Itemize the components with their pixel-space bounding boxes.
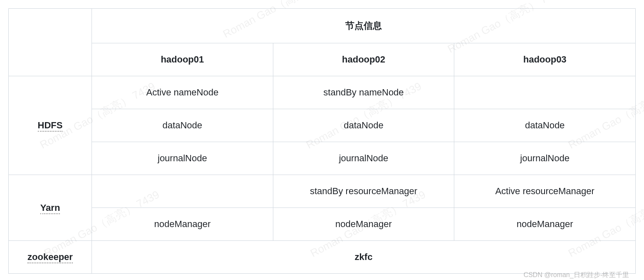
cell-yarn-0-1: standBy resourceManager — [273, 175, 454, 208]
cell-hdfs-2-1: journalNode — [273, 142, 454, 175]
cell-yarn-1-2: nodeManager — [454, 208, 636, 241]
cell-hdfs-0-2 — [454, 76, 636, 109]
cell-yarn-0-2: Active resourceManager — [454, 175, 636, 208]
header-group-title: 节点信息 — [92, 9, 636, 43]
cell-hdfs-2-0: journalNode — [92, 142, 273, 175]
cell-yarn-1-0: nodeManager — [92, 208, 273, 241]
table-row: nodeManager nodeManager nodeManager — [9, 208, 636, 241]
cluster-layout-table: 节点信息 hadoop01 hadoop02 hadoop03 HDFS Act… — [8, 8, 636, 274]
table-row: journalNode journalNode journalNode — [9, 142, 636, 175]
cell-hdfs-0-1: standBy nameNode — [273, 76, 454, 109]
cell-hdfs-2-2: journalNode — [454, 142, 636, 175]
cell-zookeeper-merged: zkfc — [92, 241, 636, 274]
column-header-hadoop02: hadoop02 — [273, 43, 454, 76]
cell-yarn-1-1: nodeManager — [273, 208, 454, 241]
attribution-text: CSDN @roman_日积跬步-终至千里 — [523, 271, 629, 280]
table-row: dataNode dataNode dataNode — [9, 109, 636, 142]
section-label-hdfs: HDFS — [9, 76, 92, 175]
column-header-hadoop03: hadoop03 — [454, 43, 636, 76]
table-header-row-group: 节点信息 — [9, 9, 636, 43]
cell-hdfs-0-0: Active nameNode — [92, 76, 273, 109]
column-header-hadoop01: hadoop01 — [92, 43, 273, 76]
cell-hdfs-1-0: dataNode — [92, 109, 273, 142]
section-label-zookeeper: zookeeper — [9, 241, 92, 274]
table-row: HDFS Active nameNode standBy nameNode — [9, 76, 636, 109]
section-label-yarn: Yarn — [9, 175, 92, 241]
cell-hdfs-1-2: dataNode — [454, 109, 636, 142]
table-row: Yarn standBy resourceManager Active reso… — [9, 175, 636, 208]
table-header-row-columns: hadoop01 hadoop02 hadoop03 — [9, 43, 636, 76]
cell-yarn-0-0 — [92, 175, 273, 208]
header-blank — [9, 9, 92, 76]
cell-hdfs-1-1: dataNode — [273, 109, 454, 142]
table-row: zookeeper zkfc — [9, 241, 636, 274]
